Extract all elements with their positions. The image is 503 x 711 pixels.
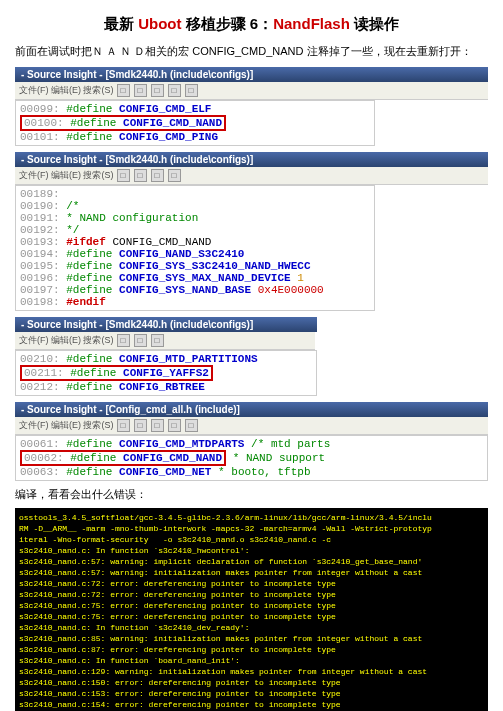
toolbar-icon[interactable]: □ bbox=[151, 419, 164, 432]
menu-item[interactable]: 文件(F) 编辑(E) 搜索(S) bbox=[19, 84, 114, 97]
intro-text: 前面在调试时把Ｎ Ａ Ｎ Ｄ相关的宏 CONFIG_CMD_NAND 注释掉了一… bbox=[15, 44, 488, 59]
hash: #define bbox=[66, 353, 112, 365]
line-number: 00210: bbox=[20, 353, 60, 365]
macro: CONFIG_CMD_ELF bbox=[119, 103, 211, 115]
toolbar-3: 文件(F) 编辑(E) 搜索(S) □ □ □ bbox=[15, 332, 315, 350]
hash: #define bbox=[66, 131, 112, 143]
macro: CONFIG_CMD_MTDPARTS bbox=[119, 438, 244, 450]
window-title-1: - Source Insight - [Smdk2440.h (include\… bbox=[15, 67, 488, 82]
line-number: 00198: bbox=[20, 296, 60, 308]
toolbar-icon[interactable]: □ bbox=[134, 84, 147, 97]
toolbar-icon[interactable]: □ bbox=[117, 84, 130, 97]
hash: #define bbox=[66, 381, 112, 393]
hash: #define bbox=[66, 260, 112, 272]
endif: #endif bbox=[66, 296, 106, 308]
line-number: 00189: bbox=[20, 188, 60, 200]
compile-text: 编译，看看会出什么错误： bbox=[15, 487, 488, 502]
toolbar-icon[interactable]: □ bbox=[168, 84, 181, 97]
line-number: 00211: bbox=[24, 367, 64, 379]
toolbar-4: 文件(F) 编辑(E) 搜索(S) □ □ □ □ □ bbox=[15, 417, 488, 435]
comment: /* mtd parts bbox=[251, 438, 330, 450]
code-block-4: 00061: #define CONFIG_CMD_MTDPARTS /* mt… bbox=[15, 435, 488, 481]
line-number: 00190: bbox=[20, 200, 60, 212]
hash: #define bbox=[66, 438, 112, 450]
title-post: 读操作 bbox=[350, 15, 399, 32]
hash: #define bbox=[66, 284, 112, 296]
toolbar-icon[interactable]: □ bbox=[185, 419, 198, 432]
code-block-1: 00099: #define CONFIG_CMD_ELF 00100: #de… bbox=[15, 100, 375, 146]
menu-item[interactable]: 文件(F) 编辑(E) 搜索(S) bbox=[19, 169, 114, 182]
toolbar-icon[interactable]: □ bbox=[134, 169, 147, 182]
toolbar-icon[interactable]: □ bbox=[151, 84, 164, 97]
menu-item[interactable]: 文件(F) 编辑(E) 搜索(S) bbox=[19, 419, 114, 432]
title-text: 最新 bbox=[104, 15, 138, 32]
hash: #define bbox=[66, 103, 112, 115]
line-number: 00192: bbox=[20, 224, 60, 236]
line-number: 00212: bbox=[20, 381, 60, 393]
title-uboot: Uboot bbox=[138, 15, 181, 32]
toolbar-icon[interactable]: □ bbox=[117, 334, 130, 347]
toolbar-icon[interactable]: □ bbox=[117, 419, 130, 432]
hash: #define bbox=[66, 272, 112, 284]
line-number: 00099: bbox=[20, 103, 60, 115]
toolbar-icon[interactable]: □ bbox=[168, 169, 181, 182]
line-number: 00191: bbox=[20, 212, 60, 224]
hash: #define bbox=[70, 452, 116, 464]
macro: CONFIG_MTD_PARTITIONS bbox=[119, 353, 258, 365]
code-block-2: 00189: 00190: /* 00191: * NAND configura… bbox=[15, 185, 375, 311]
menu-item[interactable]: 文件(F) 编辑(E) 搜索(S) bbox=[19, 334, 114, 347]
window-title-2: - Source Insight - [Smdk2440.h (include\… bbox=[15, 152, 488, 167]
macro: CONFIG_CMD_PING bbox=[119, 131, 218, 143]
line-number: 00101: bbox=[20, 131, 60, 143]
title-nand: NandFlash bbox=[273, 15, 350, 32]
toolbar-2: 文件(F) 编辑(E) 搜索(S) □ □ □ □ bbox=[15, 167, 488, 185]
macro: CONFIG_RBTREE bbox=[119, 381, 205, 393]
line-number: 00194: bbox=[20, 248, 60, 260]
toolbar-icon[interactable]: □ bbox=[117, 169, 130, 182]
macro: CONFIG_CMD_NAND bbox=[112, 236, 211, 248]
hex: 0x4E000000 bbox=[258, 284, 324, 296]
macro: CONFIG_YAFFS2 bbox=[123, 367, 209, 379]
comment: /* bbox=[66, 200, 79, 212]
code-block-3: 00210: #define CONFIG_MTD_PARTITIONS 002… bbox=[15, 350, 317, 396]
macro: CONFIG_CMD_NAND bbox=[123, 117, 222, 129]
toolbar-icon[interactable]: □ bbox=[168, 419, 181, 432]
hash: #define bbox=[70, 367, 116, 379]
toolbar-icon[interactable]: □ bbox=[134, 334, 147, 347]
window-title-4: - Source Insight - [Config_cmd_all.h (in… bbox=[15, 402, 488, 417]
line-number: 00063: bbox=[20, 466, 60, 478]
line-number: 00100: bbox=[24, 117, 64, 129]
macro: CONFIG_SYS_S3C2410_NAND_HWECC bbox=[119, 260, 310, 272]
hash: #define bbox=[66, 466, 112, 478]
macro: CONFIG_NAND_S3C2410 bbox=[119, 248, 244, 260]
line-number: 00195: bbox=[20, 260, 60, 272]
macro: CONFIG_CMD_NAND bbox=[123, 452, 222, 464]
terminal-output: osstools_3.4.5_softfloat/gcc-3.4.5-glibc… bbox=[15, 508, 488, 711]
toolbar-icon[interactable]: □ bbox=[185, 84, 198, 97]
comment: * NAND support bbox=[233, 452, 325, 464]
macro: CONFIG_CMD_NET bbox=[119, 466, 211, 478]
ifdef: #ifdef bbox=[66, 236, 106, 248]
macro: CONFIG_SYS_MAX_NAND_DEVICE bbox=[119, 272, 291, 284]
line-number: 00193: bbox=[20, 236, 60, 248]
toolbar-icon[interactable]: □ bbox=[151, 334, 164, 347]
comment: */ bbox=[66, 224, 79, 236]
line-number: 00196: bbox=[20, 272, 60, 284]
line-number: 00062: bbox=[24, 452, 64, 464]
macro: CONFIG_SYS_NAND_BASE bbox=[119, 284, 251, 296]
page-title: 最新 Uboot 移植步骤 6：NandFlash 读操作 bbox=[15, 15, 488, 34]
line-number: 00061: bbox=[20, 438, 60, 450]
hash: #define bbox=[66, 248, 112, 260]
comment: * NAND configuration bbox=[66, 212, 198, 224]
title-mid: 移植步骤 6： bbox=[181, 15, 273, 32]
toolbar-icon[interactable]: □ bbox=[134, 419, 147, 432]
window-title-3: - Source Insight - [Smdk2440.h (include\… bbox=[15, 317, 317, 332]
toolbar-icon[interactable]: □ bbox=[151, 169, 164, 182]
toolbar-1: 文件(F) 编辑(E) 搜索(S) □ □ □ □ □ bbox=[15, 82, 488, 100]
number: 1 bbox=[297, 272, 304, 284]
line-number: 00197: bbox=[20, 284, 60, 296]
hash: #define bbox=[70, 117, 116, 129]
comment: * booto, tftpb bbox=[218, 466, 310, 478]
